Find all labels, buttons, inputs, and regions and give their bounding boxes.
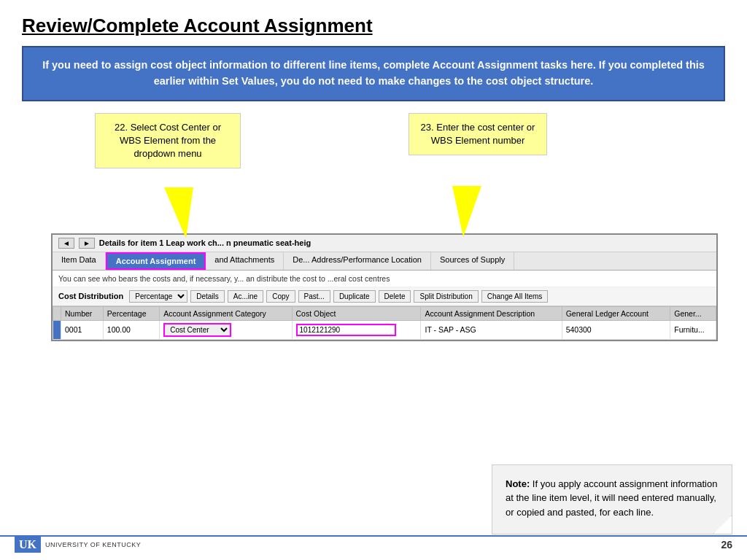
tab-account-assignment[interactable]: Account Assignment	[106, 252, 206, 270]
cost-distribution-label: Cost Distribution	[58, 292, 123, 300]
sap-toolbar: Cost Distribution Percentage Quantity De…	[53, 287, 716, 306]
sap-info-text: You can see who bears the costs and, if …	[53, 271, 716, 287]
col-gl-account: General Ledger Account	[562, 306, 670, 320]
duplicate-btn[interactable]: Duplicate	[333, 290, 376, 303]
university-name: UNIVERSITY OF KENTUCKY	[45, 541, 141, 548]
page-number: 26	[721, 539, 732, 551]
page-title: Review/Complete Account Assignment	[22, 15, 725, 37]
sap-screen: ◄ ► Details for item 1 Leap work ch... n…	[51, 233, 718, 341]
row-description: IT - SAP - ASG	[421, 320, 562, 339]
sap-tabs: Item Data Account Assignment and Attachm…	[53, 252, 716, 271]
row-extra: Furnitu...	[670, 320, 716, 339]
note-bold: Note:	[506, 478, 530, 489]
row-number: 0001	[61, 320, 104, 339]
col-extra: Gener...	[670, 306, 716, 320]
tab-address-performance[interactable]: De... Address/Performance Location	[284, 252, 431, 270]
col-category: Account Assignment Category	[160, 306, 292, 320]
callout-left: 22. Select Cost Center or WBS Element fr…	[95, 113, 241, 169]
sap-title-bar: ◄ ► Details for item 1 Leap work ch... n…	[53, 235, 716, 252]
sap-back-btn[interactable]: ◄	[58, 238, 74, 249]
sap-forward-btn[interactable]: ►	[79, 238, 95, 249]
tab-and-attachments[interactable]: and Attachments	[206, 252, 284, 270]
percentage-select[interactable]: Percentage Quantity	[129, 290, 187, 303]
account-assignment-table: Number Percentage Account Assignment Cat…	[53, 306, 716, 340]
info-box-text: If you need to assign cost object inform…	[38, 58, 709, 90]
row-indicator	[53, 320, 61, 339]
callout-left-text: 22. Select Cost Center or WBS Element fr…	[115, 122, 221, 159]
middle-section: 22. Select Cost Center or WBS Element fr…	[22, 113, 725, 397]
row-percentage: 100.00	[103, 320, 159, 339]
row-category: Cost Center WBS Element	[160, 320, 292, 339]
col-number: Number	[61, 306, 104, 320]
row-gl-account: 540300	[562, 320, 670, 339]
note-box: Note: If you apply account assignment in…	[492, 464, 732, 535]
account-line-btn[interactable]: Ac...ine	[228, 290, 263, 303]
details-btn[interactable]: Details	[190, 290, 225, 303]
change-all-items-btn[interactable]: Change All Items	[481, 290, 549, 303]
uk-logo: UK UNIVERSITY OF KENTUCKY	[15, 537, 141, 553]
paste-btn[interactable]: Past...	[298, 290, 330, 303]
delete-btn[interactable]: Delete	[379, 290, 411, 303]
col-description: Account Assignment Description	[421, 306, 562, 320]
note-text: If you apply account assignment informat…	[506, 478, 717, 518]
note-corner	[713, 516, 732, 534]
col-cost-object: Cost Object	[292, 306, 421, 320]
copy-btn[interactable]: Copy	[266, 290, 295, 303]
split-distribution-btn[interactable]: Split Distribution	[414, 290, 478, 303]
callout-right: 23. Enter the cost center or WBS Element…	[409, 113, 547, 155]
col-percentage: Percentage	[103, 306, 159, 320]
info-box: If you need to assign cost object inform…	[22, 46, 725, 101]
cost-object-input[interactable]	[296, 324, 396, 336]
sap-title-text: Details for item 1 Leap work ch... n pne…	[99, 238, 311, 247]
callout-right-text: 23. Enter the cost center or WBS Element…	[421, 122, 535, 146]
col-indicator	[53, 306, 61, 320]
callout-right-arrow	[452, 186, 481, 237]
uk-badge: UK	[15, 537, 41, 553]
row-cost-object	[292, 320, 421, 339]
tab-item-data[interactable]: Item Data	[53, 252, 106, 270]
callout-left-arrow	[164, 187, 193, 238]
table-row: 0001 100.00 Cost Center WBS Element IT -…	[53, 320, 716, 339]
category-select[interactable]: Cost Center WBS Element	[163, 323, 231, 337]
tab-sources-of-supply[interactable]: Sources of Supply	[431, 252, 514, 270]
footer: UK UNIVERSITY OF KENTUCKY 26	[0, 535, 747, 553]
